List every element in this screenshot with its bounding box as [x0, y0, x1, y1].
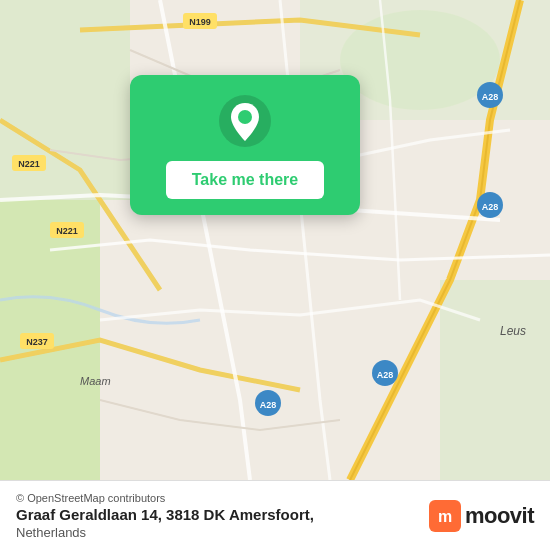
svg-text:Leus: Leus [500, 324, 526, 338]
location-pin-icon [219, 95, 271, 147]
osm-attribution: © OpenStreetMap contributors [16, 492, 314, 504]
svg-rect-5 [440, 280, 550, 480]
svg-text:A28: A28 [260, 400, 277, 410]
svg-text:N199: N199 [189, 17, 211, 27]
moovit-logo-icon: m [429, 500, 461, 532]
address-text: Graaf Geraldlaan 14, 3818 DK Amersfoort, [16, 506, 314, 523]
footer: © OpenStreetMap contributors Graaf Geral… [0, 480, 550, 550]
country-text: Netherlands [16, 525, 314, 540]
svg-text:A28: A28 [482, 202, 499, 212]
svg-text:N221: N221 [18, 159, 40, 169]
map-background: A28 A28 A28 A28 N199 N221 N221 N237 Leus… [0, 0, 550, 480]
svg-text:A28: A28 [482, 92, 499, 102]
footer-info: © OpenStreetMap contributors Graaf Geral… [16, 492, 314, 540]
moovit-logo-text: moovit [465, 503, 534, 529]
take-me-there-button[interactable]: Take me there [166, 161, 324, 199]
svg-text:N237: N237 [26, 337, 48, 347]
svg-text:N221: N221 [56, 226, 78, 236]
svg-text:Maam: Maam [80, 375, 111, 387]
svg-text:m: m [438, 508, 452, 525]
moovit-logo: m moovit [429, 500, 534, 532]
svg-point-25 [238, 110, 252, 124]
map-container: A28 A28 A28 A28 N199 N221 N221 N237 Leus… [0, 0, 550, 480]
location-card: Take me there [130, 75, 360, 215]
svg-text:A28: A28 [377, 370, 394, 380]
